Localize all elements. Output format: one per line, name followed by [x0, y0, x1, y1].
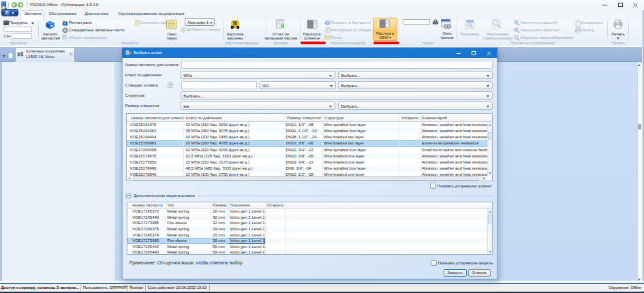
svg-text:?: ?	[169, 83, 171, 87]
